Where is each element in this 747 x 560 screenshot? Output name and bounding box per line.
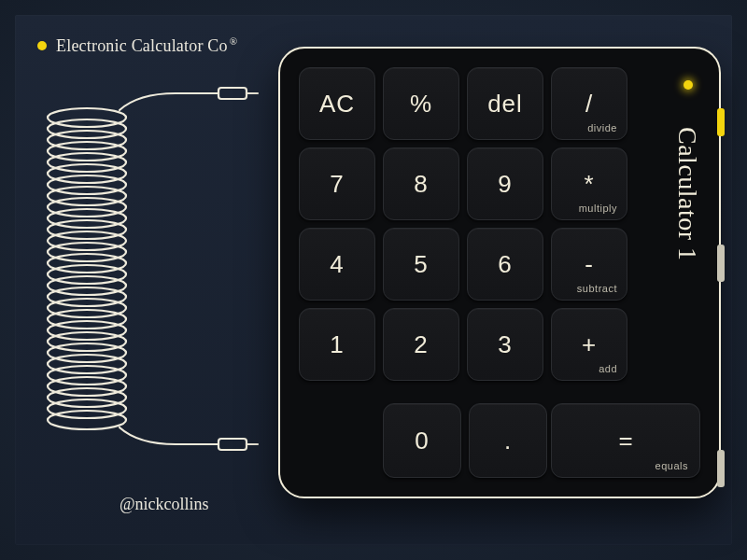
key-label: 1 [330,330,344,359]
key-1[interactable]: 1 [299,308,375,381]
brand-line: Electronic Calculator Co® [37,35,237,56]
key-subtract[interactable]: -subtract [551,228,627,301]
svg-point-20 [48,310,126,329]
key-sublabel: add [599,363,617,374]
key-0[interactable]: 0 [383,403,461,478]
svg-point-18 [48,287,126,306]
side-button-top[interactable] [717,108,725,136]
key-label: 3 [498,330,512,359]
coiled-cable-icon [35,73,260,474]
svg-rect-30 [218,439,247,450]
key-label: del [487,90,523,119]
svg-point-15 [48,254,126,273]
svg-point-6 [48,153,126,172]
key-ac[interactable]: AC [299,67,375,140]
svg-point-5 [48,142,126,161]
key-dot[interactable]: . [469,403,547,478]
brand-dot-icon [37,41,47,50]
key-label: 7 [330,170,344,199]
svg-point-22 [48,332,126,351]
svg-point-11 [48,209,126,228]
keypad-bottom-row: 0 . [299,403,547,478]
key-label: 6 [498,250,512,279]
key-label: 2 [414,330,428,359]
device-name-label: Calculator 1 [672,127,702,261]
svg-point-8 [48,175,126,194]
svg-point-27 [48,388,126,407]
key-del[interactable]: del [467,67,543,140]
key-equals[interactable]: = equals [551,403,700,478]
key-label: / [585,90,593,119]
side-button-bottom[interactable] [717,450,725,487]
power-led-icon [684,80,693,90]
key-3[interactable]: 3 [467,308,543,381]
key-label: . [504,427,512,455]
svg-point-26 [48,377,126,396]
svg-point-12 [48,220,126,239]
key-sublabel: equals [655,460,688,471]
svg-point-4 [48,131,126,149]
svg-point-25 [48,366,126,385]
key-sublabel: multiply [579,203,617,214]
svg-point-23 [48,343,126,362]
key-add[interactable]: +add [551,308,627,381]
svg-point-17 [48,276,126,295]
key-label: 5 [414,250,428,279]
key-multiply[interactable]: *multiply [551,147,627,220]
key-2[interactable]: 2 [383,308,459,381]
svg-point-7 [48,164,126,183]
key-label: 9 [498,170,512,199]
key-4[interactable]: 4 [299,228,375,301]
key-9[interactable]: 9 [467,147,543,220]
svg-point-21 [48,321,126,340]
svg-rect-0 [218,88,247,99]
svg-point-24 [48,355,126,373]
svg-point-9 [48,187,126,205]
svg-point-2 [48,108,126,127]
key-sublabel: divide [587,122,617,133]
key-label: 0 [415,427,429,455]
key-6[interactable]: 6 [467,228,543,301]
svg-point-16 [48,265,126,284]
key-8[interactable]: 8 [383,147,459,220]
key-divide[interactable]: /divide [551,67,627,140]
svg-point-3 [48,119,126,138]
svg-point-28 [48,399,126,418]
key-label: + [582,330,597,359]
key-7[interactable]: 7 [299,147,375,220]
key-label: AC [319,90,355,119]
key-sublabel: subtract [577,283,617,294]
key-label: 4 [330,250,344,279]
key-label: % [410,90,432,119]
brand-name: Electronic Calculator Co [56,36,228,55]
svg-point-14 [48,243,126,261]
credit-handle: @nickcollins [120,495,209,514]
side-button-middle[interactable] [717,245,725,282]
registered-mark: ® [230,35,238,47]
key-label: 8 [414,170,428,199]
svg-point-29 [48,411,126,429]
calculator-device: Calculator 1 AC % del /divide 7 8 9 *mul… [278,47,721,498]
key-label: = [618,427,632,455]
svg-point-19 [48,299,126,317]
svg-point-13 [48,231,126,250]
key-percent[interactable]: % [383,67,459,140]
key-label: - [585,250,594,279]
key-label: * [584,170,594,199]
key-5[interactable]: 5 [383,228,459,301]
svg-point-10 [48,198,126,217]
keypad: AC % del /divide 7 8 9 *multiply 4 5 6 -… [299,67,635,381]
